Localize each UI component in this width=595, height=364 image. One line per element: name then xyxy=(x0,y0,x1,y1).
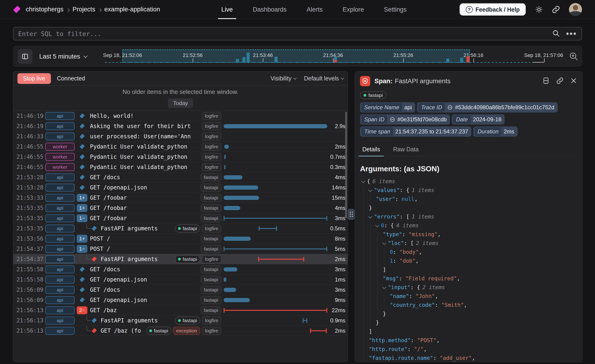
indent-guide xyxy=(384,300,384,309)
collapse-caret-icon[interactable] xyxy=(368,214,372,219)
collapse-caret-icon[interactable] xyxy=(361,179,365,183)
collapse-caret-icon[interactable] xyxy=(375,223,379,227)
row-icon-cell xyxy=(87,257,98,261)
row-tags: fastapi xyxy=(201,276,221,284)
theme-toggle-icon[interactable] xyxy=(535,6,543,14)
child-count-badge[interactable]: 1+ xyxy=(77,204,87,212)
trace-row[interactable]: 21:54:37apiFastAPI argumentsfastapilogfi… xyxy=(13,254,348,264)
feedback-help-button[interactable]: ? Feedback / Help xyxy=(459,3,526,16)
json-token-key: "name" xyxy=(390,293,409,299)
trace-row[interactable]: 21:55:58apiGET /openapi.jsonfastapi1ms xyxy=(13,275,348,285)
timeline-tick-label: 21:54:36 xyxy=(323,52,343,58)
nav-tab-settings[interactable]: Settings xyxy=(384,0,407,19)
nav-tab-dashboards[interactable]: Dashboards xyxy=(253,0,287,19)
collapse-caret-icon[interactable] xyxy=(382,285,386,289)
child-count-badge[interactable]: 1− xyxy=(77,214,87,222)
breadcrumb-item[interactable]: Projects xyxy=(72,6,95,13)
detail-tab-raw-data[interactable]: Raw Data xyxy=(392,144,420,156)
time-range-dropdown[interactable]: Last 5 minutes xyxy=(39,46,87,67)
more-options-icon[interactable]: ••• xyxy=(566,31,577,36)
child-count-badge[interactable]: 2− xyxy=(77,306,87,314)
trace-row[interactable]: 21:56:13apiGET /baz (fofastapiexceptionl… xyxy=(13,326,348,336)
stop-live-button[interactable]: Stop live xyxy=(17,73,51,84)
meta-chip-span-id[interactable]: Span ID#0e31f5fd70e08cdb xyxy=(360,114,450,125)
row-tags: fastapi xyxy=(201,204,221,212)
row-timestamp: 21:53:28 xyxy=(16,174,42,181)
logfire-logo-icon[interactable] xyxy=(13,6,21,13)
close-icon[interactable] xyxy=(570,77,577,85)
row-timestamp: 21:56:09 xyxy=(16,297,42,303)
row-icon-cell xyxy=(77,165,88,169)
trace-row[interactable]: 21:53:56api1+POST /fastapi8ms xyxy=(13,234,348,244)
child-count-badge[interactable]: 1− xyxy=(77,245,87,253)
nav-tab-explore[interactable]: Explore xyxy=(343,0,364,19)
trace-row[interactable]: 21:53:35apiFastAPI argumentsfastapilogfi… xyxy=(13,223,348,234)
timeline-histogram-bar xyxy=(446,59,449,62)
json-token-punct: , xyxy=(437,337,440,343)
timeline-now-marker xyxy=(532,62,544,63)
json-token-punct: ] xyxy=(383,267,386,273)
bar-cap xyxy=(224,247,225,251)
detail-tab-details[interactable]: Details xyxy=(361,144,381,156)
timeline-histogram-bar xyxy=(334,57,337,60)
list-scrollbar-thumb[interactable] xyxy=(345,112,347,218)
indent-guide xyxy=(370,309,370,318)
timeline-tick-label: Sep 18, 21:52:06 xyxy=(103,52,142,58)
trace-row[interactable]: 21:56:13api2−GET /bazfastapi22ms xyxy=(13,305,348,315)
trace-row[interactable]: 21:56:09apiGET /docsfastapi3ms xyxy=(13,285,348,295)
nav-tab-alerts[interactable]: Alerts xyxy=(307,0,323,19)
duration-bar-area xyxy=(223,111,328,121)
today-button[interactable]: Today xyxy=(168,98,193,108)
trace-row[interactable]: 21:53:28apiGET /openapi.jsonfastapi14ms xyxy=(13,182,348,193)
timeline-selection[interactable] xyxy=(122,50,470,63)
row-icon-cell xyxy=(77,278,88,281)
trace-row[interactable]: 21:53:35api1−GET /foobarfastapi3ms xyxy=(13,213,348,223)
service-tag: api xyxy=(45,235,75,243)
timeline-zoom-in-icon[interactable] xyxy=(569,51,579,62)
json-token-idx: 1 xyxy=(390,258,393,264)
trace-row[interactable]: 21:56:09apiGET /openapi.jsonfastapi9ms xyxy=(13,295,348,305)
trace-row[interactable]: 21:56:13apiFastAPI argumentsfastapilogfi… xyxy=(13,315,348,326)
breadcrumb-items: christophergsProjectsexample-application xyxy=(24,6,162,13)
trace-row[interactable]: 21:46:55workerPydantic User validate_pyt… xyxy=(13,162,348,172)
breadcrumb-item[interactable]: example-application xyxy=(104,6,160,13)
trace-row[interactable]: 21:46:33apiuser processed: User(name='An… xyxy=(13,131,348,142)
copy-link-icon[interactable] xyxy=(556,77,564,85)
visibility-dropdown[interactable]: Visibility xyxy=(270,75,296,82)
service-tag: api xyxy=(45,122,75,130)
trace-row[interactable]: 21:55:58apiGET /docsfastapi3ms xyxy=(13,264,348,275)
trace-row[interactable]: 21:46:55workerPydantic User validate_pyt… xyxy=(13,142,348,152)
duration-bar-area xyxy=(223,285,328,295)
meta-chip-time-span: Time span21:54:37.235 to 21:54:37.237 xyxy=(360,127,471,137)
sql-filter-input[interactable] xyxy=(18,30,552,37)
trace-row[interactable]: 21:54:37api1−POST /fastapi5ms xyxy=(13,244,348,254)
trace-row[interactable]: 21:53:33api1+GET /foobarfastapi15ms xyxy=(13,193,348,203)
nav-tab-live[interactable]: Live xyxy=(221,0,233,19)
trace-row[interactable]: 21:46:19apiHello, world!logfire xyxy=(13,111,348,121)
trace-row[interactable]: 21:46:55workerPydantic User validate_pyt… xyxy=(13,152,348,162)
trace-row[interactable]: 21:46:19apiAsking the user for their bir… xyxy=(13,121,348,131)
service-tag: api xyxy=(45,184,75,192)
span-diamond-icon xyxy=(79,164,85,170)
meta-chip-trace-id[interactable]: Trace ID#53ddc40980a86b57bfe89c1cc01c752… xyxy=(417,102,558,113)
share-link-icon[interactable] xyxy=(552,5,560,14)
child-count-badge[interactable]: 1+ xyxy=(77,235,87,243)
collapse-caret-icon[interactable] xyxy=(382,241,386,245)
sidebar-toggle-button[interactable] xyxy=(18,49,33,64)
duration-bar-area xyxy=(223,162,328,172)
panel-resize-handle[interactable] xyxy=(348,209,355,220)
trace-row[interactable]: 21:53:35api1+GET /foobarfastapi4ms xyxy=(13,203,348,213)
child-count-badge[interactable]: 1+ xyxy=(77,194,87,202)
collapse-caret-icon[interactable] xyxy=(368,188,372,192)
json-line: "values": {1 items xyxy=(360,186,577,194)
user-avatar[interactable] xyxy=(569,3,582,16)
link-icon[interactable] xyxy=(447,105,453,110)
split-view-icon[interactable] xyxy=(542,77,550,85)
trace-row[interactable]: 21:53:28apiGET /docsfastapi4ms xyxy=(13,172,348,182)
breadcrumb-item[interactable]: christophergs xyxy=(26,6,64,13)
default-levels-dropdown[interactable]: Default levels xyxy=(304,75,344,82)
row-duration: 4ms xyxy=(329,174,345,181)
indent-guide xyxy=(363,318,363,327)
link-icon[interactable] xyxy=(390,117,395,122)
search-icon[interactable] xyxy=(552,29,560,38)
